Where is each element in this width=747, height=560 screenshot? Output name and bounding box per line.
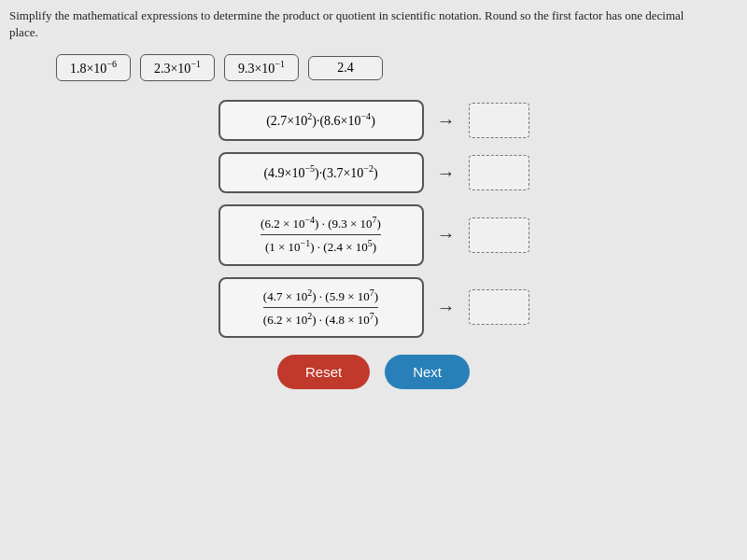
arrow-2: → bbox=[437, 162, 456, 184]
drop-box-1[interactable] bbox=[469, 103, 529, 138]
problem-row-2: (4.9×10−5)·(3.7×10−2) → bbox=[218, 152, 529, 193]
instruction-text: Simplify the mathematical expressions to… bbox=[0, 0, 747, 45]
buttons-row: Reset Next bbox=[0, 355, 747, 389]
problems-area: (2.7×102)·(8.6×10−4) → (4.9×10−5)·(3.7×1… bbox=[0, 100, 747, 338]
expression-4: (4.7 × 102) · (5.9 × 107) (6.2 × 102) · … bbox=[218, 277, 424, 338]
problem-row-3: (6.2 × 10−4) · (9.3 × 107) (1 × 10−1) · … bbox=[218, 204, 529, 265]
problem-row-1: (2.7×102)·(8.6×10−4) → bbox=[218, 100, 529, 141]
drop-box-3[interactable] bbox=[469, 217, 529, 253]
drop-box-4[interactable] bbox=[469, 289, 529, 325]
answer-tile-4[interactable]: 2.4 bbox=[308, 56, 383, 80]
drop-box-2[interactable] bbox=[469, 155, 529, 190]
expression-1: (2.7×102)·(8.6×10−4) bbox=[218, 100, 424, 141]
answer-tile-2[interactable]: 2.3×10−1 bbox=[140, 54, 215, 81]
expression-2: (4.9×10−5)·(3.7×10−2) bbox=[218, 152, 424, 193]
problem-row-4: (4.7 × 102) · (5.9 × 107) (6.2 × 102) · … bbox=[218, 277, 529, 338]
answer-bank: 1.8×10−6 2.3×10−1 9.3×10−1 2.4 bbox=[0, 45, 747, 91]
answer-tile-1[interactable]: 1.8×10−6 bbox=[56, 54, 131, 81]
reset-button[interactable]: Reset bbox=[277, 355, 370, 389]
arrow-4: → bbox=[437, 297, 456, 318]
expression-3: (6.2 × 10−4) · (9.3 × 107) (1 × 10−1) · … bbox=[218, 204, 424, 265]
arrow-1: → bbox=[437, 110, 456, 132]
arrow-3: → bbox=[437, 224, 456, 245]
next-button[interactable]: Next bbox=[385, 355, 470, 389]
answer-tile-3[interactable]: 9.3×10−1 bbox=[224, 54, 299, 81]
